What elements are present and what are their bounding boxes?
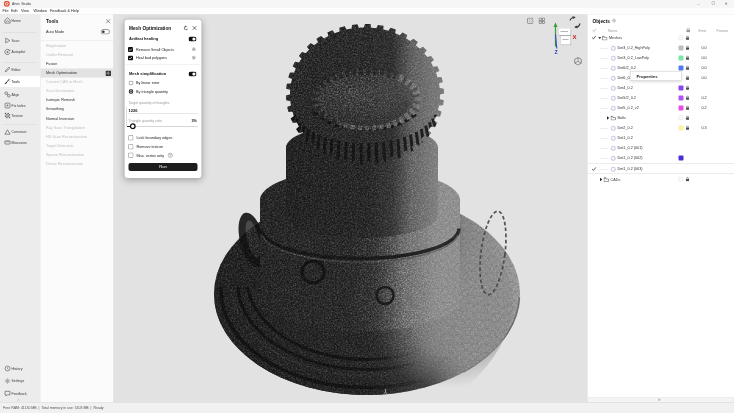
svg-text:Z: Z	[555, 49, 559, 55]
